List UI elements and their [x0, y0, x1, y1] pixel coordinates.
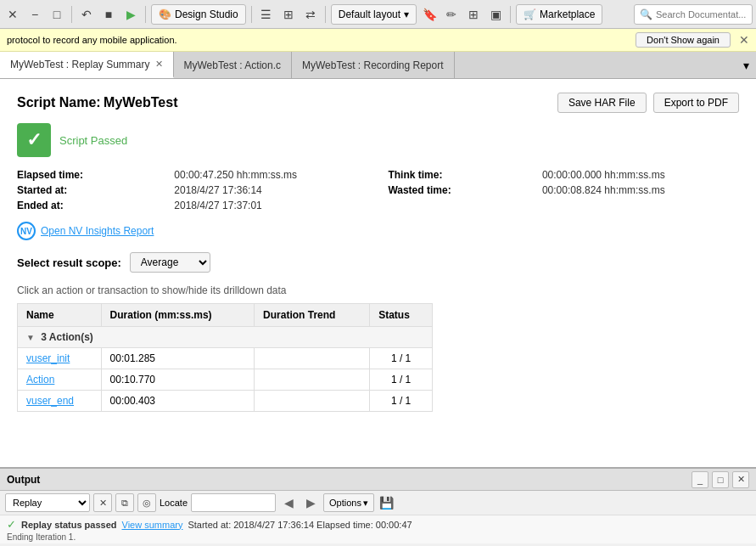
tab-action-c[interactable]: MyWebTest : Action.c — [174, 52, 293, 78]
row-status-action: 1 / 1 — [370, 369, 433, 391]
design-studio-icon: 🎨 — [159, 8, 171, 20]
row-trend-vuser-init — [255, 348, 370, 369]
nv-insights-icon: NV — [17, 222, 36, 240]
prev-result-icon[interactable]: ◀ — [279, 493, 298, 512]
col-name: Name — [18, 304, 102, 327]
align-left-icon[interactable]: ☰ — [257, 5, 276, 24]
group-row[interactable]: ▼ 3 Action(s) — [18, 327, 433, 348]
layout-label: Default layout — [339, 8, 400, 20]
script-title: Script Name: MyWebTest — [17, 95, 177, 110]
export-pdf-button[interactable]: Export to PDF — [653, 93, 739, 113]
header-buttons: Save HAR File Export to PDF — [557, 93, 739, 113]
save-output-icon[interactable]: 💾 — [378, 493, 396, 512]
table-row[interactable]: vuser_end 00:00.403 1 / 1 — [18, 391, 433, 412]
results-table: Name Duration (mm:ss.ms) Duration Trend … — [17, 303, 433, 412]
status-row: ✓ Replay status passed View summary Star… — [7, 518, 749, 531]
edit-icon[interactable]: ✏ — [442, 5, 461, 24]
marketplace-icon: 🛒 — [524, 8, 536, 20]
scope-row: Select result scope: Average Min Max — [17, 252, 739, 273]
restore-icon[interactable]: □ — [48, 5, 66, 24]
marketplace-label: Marketplace — [540, 8, 595, 20]
elapsed-value: 00:00:47.250 hh:mm:ss.ms — [174, 169, 371, 181]
log-line: Ending Iteration 1. — [7, 532, 76, 542]
restore-output-icon[interactable]: □ — [712, 471, 729, 488]
row-duration-vuser-end: 00:00.403 — [101, 391, 254, 412]
separator-4 — [325, 6, 326, 23]
tab-replay-summary[interactable]: MyWebTest : Replay Summary ✕ — [0, 52, 174, 78]
script-header: Script Name: MyWebTest Save HAR File Exp… — [17, 93, 739, 113]
bookmark-icon[interactable]: 🔖 — [420, 5, 439, 24]
close-output-icon[interactable]: ✕ — [732, 471, 749, 488]
row-name-vuser-init[interactable]: vuser_init — [18, 348, 102, 369]
output-header: Output _ □ ✕ — [0, 469, 756, 491]
think-value: 00:00:00.000 hh:mm:ss.ms — [542, 169, 739, 181]
locate-button[interactable]: ◎ — [137, 493, 156, 512]
stop-output-icon[interactable]: ✕ — [93, 493, 112, 512]
minimize-output-icon[interactable]: _ — [692, 471, 708, 488]
search-box[interactable]: 🔍 — [634, 4, 753, 25]
table-row[interactable]: vuser_init 00:01.285 1 / 1 — [18, 348, 433, 369]
info-text: protocol to record any mobile applicatio… — [7, 35, 177, 45]
copy-output-icon[interactable]: ⧉ — [115, 493, 134, 512]
output-log: Ending Iteration 1. — [7, 532, 749, 542]
design-studio-button[interactable]: 🎨 Design Studio — [151, 4, 246, 25]
ended-value: 2018/4/27 17:37:01 — [174, 200, 371, 211]
table-row[interactable]: Action 00:10.770 1 / 1 — [18, 369, 433, 391]
think-label: Think time: — [388, 169, 525, 181]
options-button[interactable]: Options ▾ — [323, 493, 374, 512]
dont-show-button[interactable]: Don't Show again — [636, 32, 731, 48]
layout-chevron-icon: ▾ — [404, 8, 409, 20]
row-status-vuser-end: 1 / 1 — [370, 391, 433, 412]
stop-icon[interactable]: ■ — [99, 5, 118, 24]
layout-dropdown[interactable]: Default layout ▾ — [331, 4, 417, 25]
main-content: Script Name: MyWebTest Save HAR File Exp… — [0, 79, 756, 467]
row-status-vuser-init: 1 / 1 — [370, 348, 433, 369]
options-label: Options — [329, 498, 361, 508]
row-trend-vuser-end — [255, 391, 370, 412]
search-input[interactable] — [656, 9, 747, 20]
tab-recording-report[interactable]: MyWebTest : Recording Report — [292, 52, 455, 78]
play-icon[interactable]: ▶ — [121, 5, 140, 24]
separator-1 — [71, 6, 72, 23]
output-content: ✓ Replay status passed View summary Star… — [0, 515, 756, 543]
elapsed-label: Elapsed time: — [17, 169, 157, 181]
status-passed-text: Replay status passed — [21, 520, 117, 530]
banner-close-icon[interactable]: ✕ — [739, 33, 749, 47]
apps-icon[interactable]: ⊞ — [464, 5, 483, 24]
arrow-icon[interactable]: ⇄ — [301, 5, 320, 24]
close-icon[interactable]: ✕ — [3, 5, 22, 24]
ended-label: Ended at: — [17, 200, 157, 211]
col-trend: Duration Trend — [255, 304, 370, 327]
row-duration-vuser-init: 00:01.285 — [101, 348, 254, 369]
row-name-vuser-end[interactable]: vuser_end — [18, 391, 102, 412]
scope-select[interactable]: Average Min Max — [130, 252, 210, 273]
box-icon[interactable]: ▣ — [486, 5, 505, 24]
tab-recording-report-label: MyWebTest : Recording Report — [302, 59, 444, 71]
script-passed-label: Script Passed — [59, 134, 127, 147]
wasted-label: Wasted time: — [388, 184, 525, 196]
grid-icon[interactable]: ⊞ — [279, 5, 298, 24]
replay-dropdown[interactable]: Replay — [5, 493, 90, 512]
output-controls: _ □ ✕ — [692, 471, 749, 488]
locate-icon: ◎ — [143, 498, 151, 509]
view-summary-link[interactable]: View summary — [122, 520, 183, 530]
row-trend-action — [255, 369, 370, 391]
started-value: 2018/4/27 17:36:14 — [174, 184, 371, 196]
next-result-icon[interactable]: ▶ — [301, 493, 320, 512]
save-har-button[interactable]: Save HAR File — [557, 93, 647, 113]
tab-more-button[interactable]: ▾ — [736, 52, 756, 78]
nv-insights-link[interactable]: Open NV Insights Report — [41, 225, 154, 237]
main-toolbar: ✕ − □ ↶ ■ ▶ 🎨 Design Studio ☰ ⊞ ⇄ Defaul… — [0, 0, 756, 29]
tab-close-icon[interactable]: ✕ — [155, 59, 163, 70]
search-icon: 🔍 — [640, 8, 652, 20]
output-search-input[interactable] — [191, 493, 276, 512]
script-status: Script Passed — [17, 123, 739, 157]
row-name-action[interactable]: Action — [18, 369, 102, 391]
minimize-icon[interactable]: − — [25, 5, 44, 24]
row-duration-action: 00:10.770 — [101, 369, 254, 391]
col-duration: Duration (mm:ss.ms) — [101, 304, 254, 327]
tab-replay-summary-label: MyWebTest : Replay Summary — [10, 59, 150, 70]
back-icon[interactable]: ↶ — [77, 5, 96, 24]
output-toolbar: Replay ✕ ⧉ ◎ Locate ◀ ▶ Options ▾ 💾 — [0, 491, 756, 515]
marketplace-button[interactable]: 🛒 Marketplace — [516, 4, 602, 25]
